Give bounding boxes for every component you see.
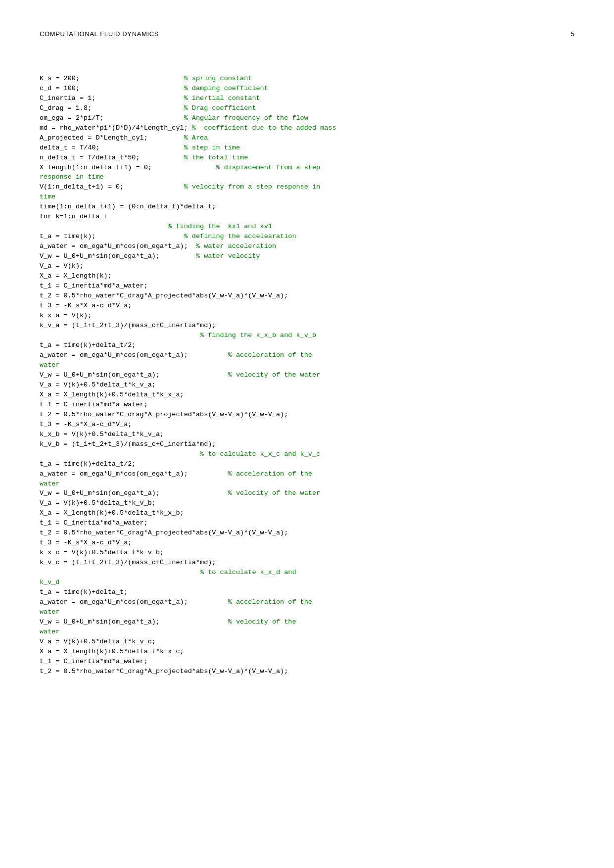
code-text: V_w = U_0+U_m*sin(om_ega*t_a); (40, 489, 228, 497)
code-text: time(1:n_delta_t+1) = (0:n_delta_t)*delt… (40, 203, 216, 210)
code-text: md = rho_water*pi*(D*D)/4*Length_cyl; (40, 124, 192, 132)
code-line: % to calculate k_x_c and k_v_c (40, 449, 574, 459)
code-text: A_projected = D*Length_cyl; (40, 134, 184, 142)
code-comment: % to calculate k_x_c and k_v_c (200, 450, 320, 458)
code-comment: % acceleration of the (228, 351, 312, 359)
code-text: K_s = 200; (40, 75, 184, 82)
code-line: md = rho_water*pi*(D*D)/4*Length_cyl; % … (40, 123, 574, 133)
code-line: K_s = 200; % spring constant (40, 74, 574, 84)
code-line: k_x_b = V(k)+0.5*delta_t*k_v_a; (40, 430, 574, 439)
code-text: t_3 = -K_s*X_a-c_d*V_a; (40, 302, 132, 309)
code-text: t_3 = -K_s*X_a-c_d*V_a; (40, 539, 132, 546)
code-text: X_a = X_length(k)+0.5*delta_t*k_x_b; (40, 509, 184, 517)
code-line: a_water = om_ega*U_m*cos(om_ega*t_a); % … (40, 350, 574, 360)
code-line: V_a = V(k)+0.5*delta_t*k_v_b; (40, 498, 574, 508)
code-line: V_a = V(k)+0.5*delta_t*k_v_a; (40, 380, 574, 390)
header-title: COMPUTATIONAL FLUID DYNAMICS (40, 30, 159, 39)
code-comment: % the total time (184, 154, 248, 161)
code-text: t_1 = C_inertia*md*a_water; (40, 658, 148, 665)
code-line: t_3 = -K_s*X_a-c_d*V_a; (40, 301, 574, 311)
code-text: t_1 = C_inertia*md*a_water; (40, 401, 148, 408)
code-line: t_1 = C_inertia*md*a_water; (40, 657, 574, 667)
code-text: V_a = V(k)+0.5*delta_t*k_v_a; (40, 381, 156, 388)
code-line: t_a = time(k)+delta_t; (40, 587, 574, 597)
code-text: X_length(1:n_delta_t+1) = 0; (40, 164, 216, 171)
code-line: t_2 = 0.5*rho_water*C_drag*A_projected*a… (40, 528, 574, 538)
code-comment: % velocity from a step response in (184, 183, 320, 191)
code-comment: k_v_d (40, 579, 60, 586)
code-comment: % coefficient due to the added mass (192, 124, 336, 132)
code-comment: % acceleration of the (228, 470, 312, 478)
code-line: k_v_b = (t_1+t_2+t_3)/(mass_c+C_inertia*… (40, 439, 574, 449)
code-line: water (40, 360, 574, 370)
code-text: C_drag = 1.8; (40, 104, 184, 112)
code-line: t_a = time(k)+delta_t/2; (40, 459, 574, 469)
code-text: V_w = U_0+U_m*sin(om_ega*t_a); (40, 371, 228, 379)
code-text: k_x_b = V(k)+0.5*delta_t*k_v_a; (40, 431, 164, 438)
page-header: COMPUTATIONAL FLUID DYNAMICS 5 (40, 30, 574, 39)
code-line: n_delta_t = T/delta_t*50; % the total ti… (40, 153, 574, 163)
code-line: V_a = V(k); (40, 261, 574, 271)
code-line: water (40, 607, 574, 617)
code-line: t_3 = -K_s*X_a-c_d*V_a; (40, 420, 574, 430)
code-comment: % inertial constant (184, 95, 260, 102)
code-text: om_ega = 2*pi/T; (40, 114, 184, 122)
code-line: delta_t = T/40; % step in time (40, 143, 574, 153)
code-line: t_2 = 0.5*rho_water*C_drag*A_projected*a… (40, 291, 574, 301)
code-line: t_a = time(k)+delta_t/2; (40, 340, 574, 350)
code-line: V_w = U_0+U_m*sin(om_ega*t_a); % water v… (40, 251, 574, 261)
code-line: om_ega = 2*pi/T; % Angular frequency of … (40, 113, 574, 123)
code-comment: water (40, 480, 60, 487)
code-line: k_x_c = V(k)+0.5*delta_t*k_v_b; (40, 548, 574, 558)
code-line: % finding the k_x_b and k_v_b (40, 331, 574, 340)
code-comment: response in time (40, 173, 104, 181)
code-text: c_d = 100; (40, 85, 184, 92)
code-line: V_w = U_0+U_m*sin(om_ega*t_a); % velocit… (40, 617, 574, 627)
code-comment: % spring constant (184, 75, 252, 82)
code-comment: % displacement from a step (216, 164, 320, 171)
code-text (40, 223, 168, 230)
code-line: k_v_c = (t_1+t_2+t_3)/(mass_c+C_inertia*… (40, 558, 574, 568)
code-line: response in time (40, 172, 574, 182)
code-text: k_v_a = (t_1+t_2+t_3)/(mass_c+C_inertia*… (40, 322, 216, 329)
code-text: t_a = time(k)+delta_t/2; (40, 460, 136, 468)
code-line: a_water = om_ega*U_m*cos(om_ega*t_a); % … (40, 241, 574, 251)
code-line: time(1:n_delta_t+1) = (0:n_delta_t)*delt… (40, 202, 574, 212)
code-line: t_1 = C_inertia*md*a_water; (40, 400, 574, 410)
code-comment: % acceleration of the (228, 598, 312, 606)
code-text: t_a = time(k)+delta_t/2; (40, 341, 136, 349)
code-text: X_a = X_length(k)+0.5*delta_t*k_x_c; (40, 648, 184, 655)
code-text: a_water = om_ega*U_m*cos(om_ega*t_a); (40, 242, 196, 250)
code-comment: water (40, 608, 60, 616)
code-comment: time (40, 193, 55, 200)
code-line: t_1 = C_inertia*md*a_water; (40, 518, 574, 528)
code-line: % finding the kx1 and kv1 (40, 222, 574, 232)
code-comment: % step in time (184, 144, 240, 151)
code-comment: % Angular frequency of the flow (184, 114, 308, 122)
code-line: k_x_a = V(k); (40, 311, 574, 321)
code-line: c_d = 100; % damping coefficient (40, 84, 574, 94)
code-text: k_v_b = (t_1+t_2+t_3)/(mass_c+C_inertia*… (40, 440, 216, 448)
code-text: t_2 = 0.5*rho_water*C_drag*A_projected*a… (40, 411, 288, 418)
code-comment: % water acceleration (196, 242, 276, 250)
code-text: n_delta_t = T/delta_t*50; (40, 154, 184, 161)
page: COMPUTATIONAL FLUID DYNAMICS 5 K_s = 200… (0, 0, 614, 868)
code-line: t_2 = 0.5*rho_water*C_drag*A_projected*a… (40, 667, 574, 676)
code-line: V_a = V(k)+0.5*delta_t*k_v_c; (40, 637, 574, 647)
code-line: a_water = om_ega*U_m*cos(om_ega*t_a); % … (40, 469, 574, 479)
code-text: t_1 = C_inertia*md*a_water; (40, 519, 148, 527)
code-text: V_a = V(k)+0.5*delta_t*k_v_b; (40, 499, 156, 507)
code-line: C_inertia = 1; % inertial constant (40, 94, 574, 103)
code-line: for k=1:n_delta_t (40, 212, 574, 222)
code-text: k_x_a = V(k); (40, 312, 92, 319)
code-text: V_w = U_0+U_m*sin(om_ega*t_a); (40, 618, 228, 626)
code-text: t_a = time(k)+delta_t; (40, 588, 128, 596)
code-text: k_v_c = (t_1+t_2+t_3)/(mass_c+C_inertia*… (40, 559, 216, 566)
code-text: V_a = V(k); (40, 262, 84, 270)
code-comment: water (40, 361, 60, 369)
code-comment: % damping coefficient (184, 85, 268, 92)
code-comment: % Area (184, 134, 208, 142)
code-line: k_v_a = (t_1+t_2+t_3)/(mass_c+C_inertia*… (40, 321, 574, 331)
code-text: V_w = U_0+U_m*sin(om_ega*t_a); (40, 252, 196, 260)
code-comment: % water velocity (196, 252, 260, 260)
